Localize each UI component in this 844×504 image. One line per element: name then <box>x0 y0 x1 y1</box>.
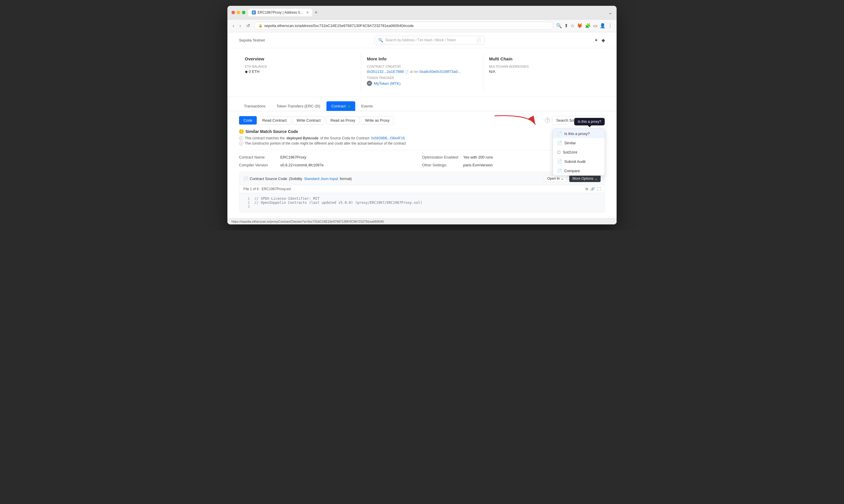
overview-section: Overview ETH BALANCE ◆ 0 ETH More Info C… <box>227 48 617 97</box>
verified-badge <box>348 105 350 108</box>
info-line-1-prefix: This contract matches the <box>245 136 285 140</box>
tab-title: ERC1967Proxy | Address 0xc7... <box>258 11 305 15</box>
line-number: 3 <box>244 205 250 209</box>
token-icon: M <box>367 81 372 86</box>
info-circle-2: i <box>239 141 243 145</box>
red-arrow <box>489 113 541 131</box>
extension-icon[interactable]: 🦊 <box>577 23 583 29</box>
window-icon[interactable]: ▭ <box>593 23 597 29</box>
sub-tab-read-as-proxy[interactable]: Read as Proxy <box>326 116 359 125</box>
sub-tab-read-contract[interactable]: Read Contract <box>258 116 291 125</box>
menu-icon[interactable]: ⋮ <box>608 23 613 29</box>
tab-close-icon[interactable]: × <box>306 11 309 15</box>
browser-dropdown-icon[interactable]: ⌄ <box>608 9 613 16</box>
more-info-card: More Info CONTRACT CREATOR 0x351132...2a… <box>361 53 483 92</box>
sub-tab-code[interactable]: Code <box>239 116 257 125</box>
theme-icon[interactable]: ✦ <box>594 37 598 43</box>
eth-balance-value: ◆ 0 ETH <box>245 69 355 74</box>
new-tab-button[interactable]: + <box>313 10 319 16</box>
at-txn-text: at txn <box>410 70 418 74</box>
tab-events[interactable]: Events <box>356 101 378 111</box>
token-row: M MyToken (MTK) <box>367 81 477 86</box>
browser-tab[interactable]: E ERC1967Proxy | Address 0xc7... × <box>248 9 312 16</box>
contract-creator-link[interactable]: 0x351132...2a1E7888 <box>367 69 404 74</box>
minimize-button[interactable] <box>237 11 240 14</box>
file-label-text: File 1 of 6 : ERC1967Proxy.sol <box>243 187 291 191</box>
share-icon[interactable]: ⬆ <box>564 23 568 29</box>
code-block: 1 // SPDX-License-Identifier: MIT 2 // O… <box>239 193 605 212</box>
dropdown-item-submit-audit[interactable]: 📄 Submit Audit <box>553 157 605 166</box>
warning-icon: ! <box>239 129 244 134</box>
dropdown-item-compare[interactable]: 📄 Compare <box>553 166 605 175</box>
browser-window: E ERC1967Proxy | Address 0xc7... × + ⌄ ‹… <box>227 6 617 224</box>
address-bar[interactable]: 🔒 sepolia.etherscan.io/address/0xc731bC1… <box>254 22 553 30</box>
info-line-1-bold: deployed Bytecode <box>286 136 318 140</box>
code-line-2: 2 // OpenZeppelin Contracts (last update… <box>244 201 600 205</box>
sub-tab-write-contract[interactable]: Write Contract <box>292 116 325 125</box>
more-options-label: More Options <box>573 177 593 181</box>
token-link[interactable]: MyToken (MTK) <box>374 81 401 86</box>
forward-button[interactable]: › <box>238 23 242 29</box>
refresh-button[interactable]: ↺ <box>245 22 251 29</box>
format-link[interactable]: Standard Json-Input <box>304 177 338 181</box>
question-icon[interactable]: ? <box>545 118 550 123</box>
sub-tabs-left: Code Read Contract Write Contract Read a… <box>239 116 394 125</box>
site-header: Sepolia Testnet 🔍 Search by Address / Tx… <box>227 32 617 48</box>
status-bar: https://sepolia.etherscan.io/proxyContra… <box>227 218 617 224</box>
profile-icon[interactable]: 👤 <box>600 23 605 29</box>
tab-contract[interactable]: Contract <box>327 101 355 111</box>
optimization-label: Optimization Enabled: <box>422 155 460 159</box>
eth-balance-label: ETH BALANCE <box>245 65 355 68</box>
overview-title: Overview <box>245 56 355 61</box>
tab-token-transfers[interactable]: Token Transfers (ERC-20) <box>271 101 325 111</box>
site-logo: Sepolia Testnet <box>239 38 265 42</box>
puzzle-icon[interactable]: 🧩 <box>585 23 591 29</box>
info-line-2: i The constructor portion of the code mi… <box>239 141 605 145</box>
contract-source-label: Contract Source Code <box>250 177 287 181</box>
copy-icon[interactable]: ⧉ <box>585 187 588 191</box>
dropdown-menu: Is this a proxy? 📄 Is this a proxy? 📄 Si… <box>553 129 605 176</box>
dropdown-tooltip: Is this a proxy? <box>574 118 605 125</box>
contract-name-row: Contract Name: ERC1967Proxy <box>239 155 422 159</box>
window-controls <box>231 11 245 14</box>
contract-name-value: ERC1967Proxy <box>280 155 306 159</box>
search-placeholder: Search by Address / Txn Hash / Block / T… <box>385 38 456 42</box>
bookmark-icon[interactable]: ☆ <box>570 23 575 29</box>
search-toolbar-icon[interactable]: 🔍 <box>556 23 562 29</box>
token-tracker-row: TOKEN TRACKER M MyToken (MTK) <box>367 76 477 86</box>
multichain-value: N/A <box>489 69 599 74</box>
title-bar: E ERC1967Proxy | Address 0xc7... × + ⌄ <box>227 6 617 19</box>
expand-icon[interactable]: ⛶ <box>597 187 601 191</box>
maximize-button[interactable] <box>242 11 245 14</box>
lock-icon: 🔒 <box>259 24 263 28</box>
compiler-value: v0.8.22+commit.4fc1097e <box>280 163 323 167</box>
sol2uml-icon: ⬡ <box>557 150 561 155</box>
multichain-label: MULTICHAIN ADDRESSES <box>489 65 599 68</box>
header-actions: ✦ ◆ <box>594 37 605 43</box>
link-icon[interactable]: 🔗 <box>591 187 595 191</box>
source-code-header: 📄 Contract Source Code (Solidity Standar… <box>239 172 605 185</box>
dropdown-item-is-proxy[interactable]: 📄 Is this a proxy? <box>553 129 605 138</box>
dropdown-item-similar[interactable]: 📄 Similar <box>553 138 605 147</box>
eth-icon[interactable]: ◆ <box>601 37 605 43</box>
back-button[interactable]: ‹ <box>231 23 235 29</box>
close-button[interactable] <box>231 11 235 14</box>
tab-bar: E ERC1967Proxy | Address 0xc7... × + <box>248 9 605 16</box>
language-label: (Solidity <box>289 177 302 181</box>
contract-link[interactable]: 0x5839BB...f36e4F16 <box>371 136 405 140</box>
open-in-button[interactable]: Open In ⌄ <box>544 175 567 182</box>
header-search[interactable]: 🔍 Search by Address / Txn Hash / Block /… <box>374 36 485 44</box>
sub-tab-write-as-proxy[interactable]: Write as Proxy <box>361 116 394 125</box>
contract-details: Contract Name: ERC1967Proxy Optimization… <box>239 150 605 167</box>
compiler-label: Compiler Version <box>239 163 277 167</box>
open-in-chevron: ⌄ <box>561 177 564 181</box>
info-line-1-suffix: of the Source Code for Contract <box>320 136 369 140</box>
overview-card: Overview ETH BALANCE ◆ 0 ETH <box>239 53 361 92</box>
search-source-area: ? Search Source Code ∨ ∧ <box>545 116 605 125</box>
txn-link[interactable]: 0xa8c93e0c5108f73a0... <box>419 69 461 74</box>
more-options-button[interactable]: More Options ⌄ <box>569 175 601 182</box>
submit-audit-icon: 📄 <box>557 159 562 164</box>
tab-transactions[interactable]: Transactions <box>239 101 270 111</box>
dropdown-item-sol2uml[interactable]: ⬡ Sol2Uml <box>553 147 605 157</box>
more-info-title: More Info <box>367 56 477 61</box>
